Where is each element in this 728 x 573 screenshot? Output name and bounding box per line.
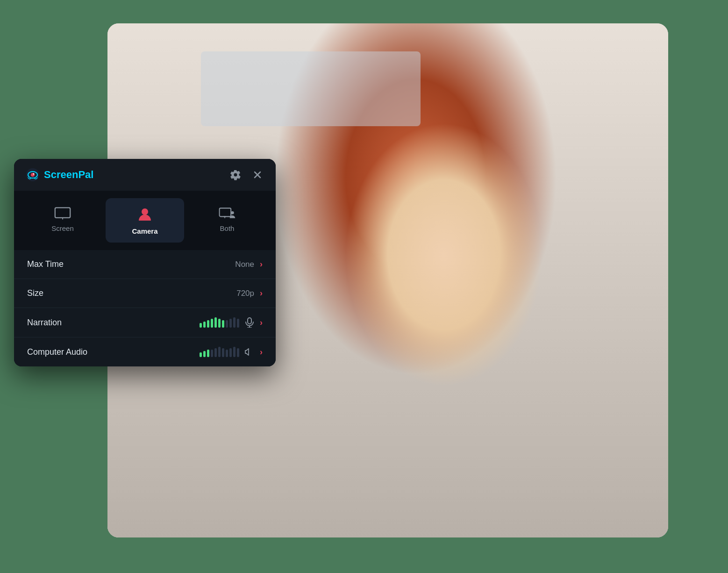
settings-button[interactable] bbox=[228, 167, 243, 182]
audio-bar-8 bbox=[226, 350, 228, 357]
screenpal-logo-icon bbox=[25, 167, 40, 182]
svg-rect-12 bbox=[248, 318, 251, 324]
narration-chevron: › bbox=[260, 318, 263, 328]
vol-bar-8 bbox=[226, 320, 228, 328]
settings-list: Max Time None › Size 720p › Narration bbox=[14, 250, 276, 366]
audio-bar-9 bbox=[229, 348, 232, 357]
speaker-icon bbox=[245, 347, 254, 357]
computer-audio-bars bbox=[200, 347, 239, 357]
camera-person-icon bbox=[137, 207, 153, 222]
vol-bar-10 bbox=[233, 317, 236, 328]
computer-audio-row[interactable]: Computer Audio bbox=[14, 337, 276, 366]
vol-bar-1 bbox=[200, 323, 202, 328]
svg-rect-4 bbox=[55, 208, 70, 218]
audio-bar-2 bbox=[203, 351, 206, 357]
screenpal-panel: ScreenPal Scree bbox=[14, 159, 276, 366]
computer-audio-label: Computer Audio bbox=[27, 347, 87, 357]
vol-bar-11 bbox=[237, 319, 239, 328]
computer-audio-right: › bbox=[200, 347, 263, 357]
max-time-label: Max Time bbox=[27, 259, 64, 269]
size-row[interactable]: Size 720p › bbox=[14, 279, 276, 308]
narration-right: › bbox=[200, 317, 263, 328]
svg-rect-8 bbox=[220, 208, 231, 216]
narration-label: Narration bbox=[27, 318, 62, 328]
close-icon bbox=[252, 170, 263, 180]
tab-screen[interactable]: Screen bbox=[23, 198, 102, 243]
vol-bar-2 bbox=[203, 322, 206, 328]
audio-bar-4 bbox=[211, 350, 213, 357]
audio-bar-7 bbox=[222, 348, 224, 357]
narration-bars bbox=[200, 317, 239, 328]
logo-area: ScreenPal bbox=[25, 167, 93, 182]
vol-bar-9 bbox=[229, 319, 232, 328]
logo-pal: Pal bbox=[78, 169, 93, 180]
tab-camera-label: Camera bbox=[132, 227, 157, 235]
audio-bar-3 bbox=[207, 350, 209, 357]
audio-bar-11 bbox=[237, 348, 239, 357]
tab-camera[interactable]: Camera bbox=[106, 198, 184, 243]
audio-bar-5 bbox=[214, 348, 217, 357]
vol-bar-5 bbox=[214, 317, 217, 328]
logo-screen: Screen bbox=[44, 169, 78, 180]
logo-text: ScreenPal bbox=[44, 169, 93, 181]
panel-header: ScreenPal bbox=[14, 159, 276, 191]
vol-bar-6 bbox=[218, 319, 221, 328]
mic-icon bbox=[245, 317, 254, 328]
svg-point-11 bbox=[231, 211, 234, 215]
max-time-right: None › bbox=[235, 259, 263, 269]
max-time-chevron: › bbox=[260, 259, 263, 269]
mode-tabs: Screen Camera Both bbox=[14, 191, 276, 243]
max-time-value: None bbox=[235, 260, 254, 269]
max-time-row[interactable]: Max Time None › bbox=[14, 250, 276, 279]
size-value: 720p bbox=[236, 289, 254, 298]
size-label: Size bbox=[27, 288, 43, 298]
header-actions bbox=[228, 167, 264, 182]
gear-icon bbox=[230, 169, 241, 180]
screen-icon bbox=[54, 207, 71, 220]
audio-bar-1 bbox=[200, 352, 202, 357]
audio-bar-10 bbox=[233, 347, 236, 357]
audio-bar-6 bbox=[218, 347, 221, 357]
computer-audio-chevron: › bbox=[260, 347, 263, 357]
tab-both-label: Both bbox=[220, 224, 235, 232]
size-right: 720p › bbox=[236, 288, 263, 298]
window-bg bbox=[201, 51, 421, 126]
both-icon bbox=[219, 207, 236, 220]
narration-row[interactable]: Narration bbox=[14, 308, 276, 337]
vol-bar-4 bbox=[211, 319, 213, 328]
svg-point-3 bbox=[33, 173, 35, 175]
vol-bar-7 bbox=[222, 320, 224, 328]
tab-both[interactable]: Both bbox=[188, 198, 266, 243]
size-chevron: › bbox=[260, 288, 263, 298]
tab-screen-label: Screen bbox=[51, 224, 74, 232]
close-button[interactable] bbox=[250, 168, 264, 182]
svg-point-7 bbox=[142, 208, 148, 215]
vol-bar-3 bbox=[207, 320, 209, 328]
